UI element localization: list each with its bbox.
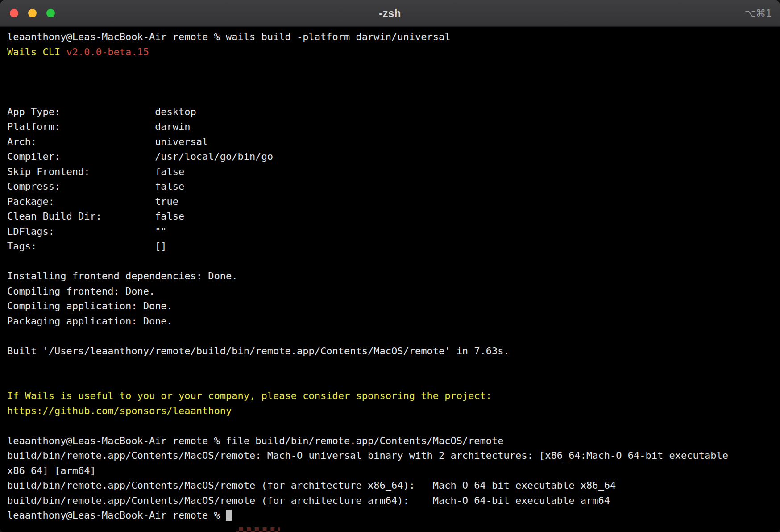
terminal-line: x86_64] [arm64] — [7, 463, 773, 478]
terminal-text-segment: Wails CLI — [7, 46, 66, 58]
terminal-line: Installing frontend dependencies: Done. — [7, 269, 773, 284]
terminal-text-segment: Arch: universal — [7, 136, 208, 147]
terminal-line: Compiling application: Done. — [7, 299, 773, 314]
terminal-cursor — [226, 510, 232, 521]
terminal-line: build/bin/remote.app/Contents/MacOS/remo… — [7, 493, 773, 508]
terminal-line: leaanthony@Leas-MacBook-Air remote % — [7, 508, 773, 523]
terminal-line: App Type: desktop — [7, 104, 773, 120]
window-title: -zsh — [379, 7, 401, 20]
terminal-text-segment: If Wails is useful to you or your compan… — [7, 390, 492, 401]
terminal-text-segment: Skip Frontend: false — [7, 166, 184, 177]
terminal-line: If Wails is useful to you or your compan… — [7, 388, 773, 403]
terminal-line: Package: true — [7, 194, 773, 209]
terminal-text-segment: Installing frontend dependencies: Done. — [7, 270, 238, 282]
terminal-text-segment: Platform: darwin — [7, 121, 191, 132]
terminal-line: Skip Frontend: false — [7, 164, 773, 179]
terminal-line — [7, 328, 773, 344]
terminal-line — [7, 254, 773, 269]
terminal-line: Wails CLI v2.0.0-beta.15 — [7, 45, 773, 60]
terminal-output[interactable]: leaanthony@Leas-MacBook-Air remote % wai… — [0, 27, 780, 529]
terminal-text-segment: leaanthony@Leas-MacBook-Air remote % wai… — [7, 31, 450, 42]
terminal-line: Compiler: /usr/local/go/bin/go — [7, 149, 773, 164]
terminal-text-segment: Tags: [] — [7, 241, 167, 252]
terminal-text-segment: https://github.com/sponsors/leaanthony — [7, 405, 232, 416]
terminal-line: Built '/Users/leaanthony/remote/build/bi… — [7, 344, 773, 359]
terminal-text-segment: Compiling frontend: Done. — [7, 286, 155, 297]
clipped-line-fragment: ▞▚▞▚▞▚▞▚▞▚▞ — [236, 527, 280, 532]
terminal-text-segment: x86_64] [arm64] — [7, 465, 96, 476]
terminal-line: LDFlags: "" — [7, 224, 773, 239]
terminal-line — [7, 418, 773, 433]
traffic-lights — [0, 9, 55, 17]
terminal-text-segment: Compress: false — [7, 181, 184, 192]
terminal-line — [7, 75, 773, 90]
terminal-line — [7, 59, 773, 75]
close-button[interactable] — [10, 9, 18, 17]
terminal-line: leaanthony@Leas-MacBook-Air remote % wai… — [7, 29, 773, 45]
terminal-line: Clean Build Dir: false — [7, 209, 773, 224]
terminal-text-segment: Packaging application: Done. — [7, 316, 173, 327]
terminal-text-segment: build/bin/remote.app/Contents/MacOS/remo… — [7, 480, 616, 491]
terminal-text-segment: Built '/Users/leaanthony/remote/build/bi… — [7, 345, 510, 357]
minimize-button[interactable] — [28, 9, 37, 17]
terminal-text-segment: Compiler: /usr/local/go/bin/go — [7, 151, 273, 162]
terminal-text-segment: Compiling application: Done. — [7, 300, 173, 312]
terminal-line: leaanthony@Leas-MacBook-Air remote % fil… — [7, 433, 773, 449]
terminal-text-segment: Clean Build Dir: false — [7, 211, 184, 222]
terminal-text-segment: leaanthony@Leas-MacBook-Air remote % fil… — [7, 435, 504, 446]
terminal-line: Arch: universal — [7, 134, 773, 150]
terminal-text-segment: leaanthony@Leas-MacBook-Air remote % — [7, 510, 226, 521]
terminal-line — [7, 374, 773, 389]
terminal-text-segment: build/bin/remote.app/Contents/MacOS/remo… — [7, 450, 728, 461]
terminal-line: Tags: [] — [7, 239, 773, 254]
terminal-text-segment: v2.0.0-beta.15 — [66, 46, 149, 58]
terminal-line: build/bin/remote.app/Contents/MacOS/remo… — [7, 478, 773, 493]
zoom-button[interactable] — [46, 9, 55, 17]
terminal-line: https://github.com/sponsors/leaanthony — [7, 403, 773, 419]
terminal-window: -zsh ⌥⌘1 leaanthony@Leas-MacBook-Air rem… — [0, 0, 780, 532]
titlebar[interactable]: -zsh ⌥⌘1 — [0, 0, 780, 27]
terminal-line: Compiling frontend: Done. — [7, 284, 773, 299]
terminal-line: Platform: darwin — [7, 119, 773, 134]
terminal-text-segment: LDFlags: "" — [7, 226, 167, 237]
terminal-text-segment: build/bin/remote.app/Contents/MacOS/remo… — [7, 495, 610, 506]
terminal-text-segment: App Type: desktop — [7, 106, 196, 117]
tab-shortcut-badge: ⌥⌘1 — [745, 8, 780, 19]
terminal-line — [7, 358, 773, 374]
terminal-line: Compress: false — [7, 179, 773, 194]
terminal-line: build/bin/remote.app/Contents/MacOS/remo… — [7, 448, 773, 463]
terminal-line: Packaging application: Done. — [7, 314, 773, 329]
terminal-line — [7, 89, 773, 104]
terminal-text-segment: Package: true — [7, 196, 178, 207]
